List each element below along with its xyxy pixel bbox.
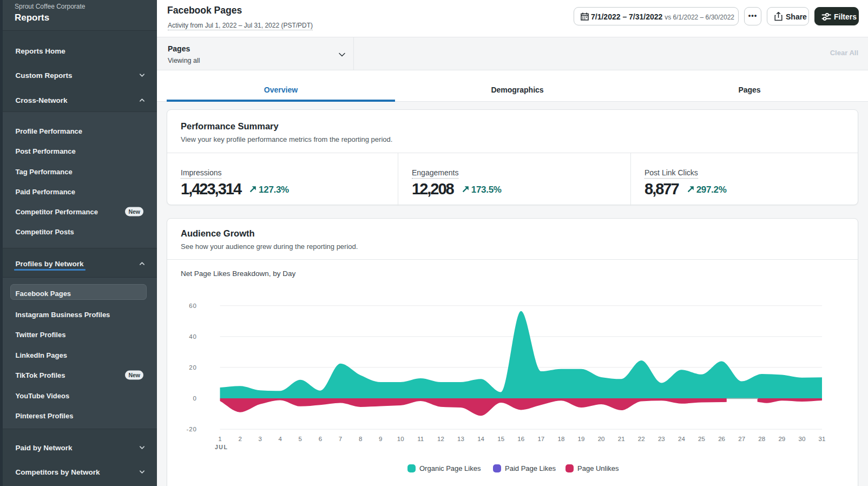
svg-text:40: 40 (189, 333, 197, 340)
svg-text:16: 16 (517, 436, 524, 442)
svg-text:2: 2 (238, 436, 241, 442)
svg-text:27: 27 (738, 436, 745, 442)
svg-text:29: 29 (778, 436, 785, 442)
svg-text:19: 19 (578, 436, 585, 442)
svg-text:4: 4 (278, 436, 282, 442)
svg-text:12: 12 (437, 436, 444, 442)
svg-text:6: 6 (319, 436, 322, 442)
svg-text:7: 7 (339, 436, 342, 442)
svg-text:3: 3 (258, 436, 261, 442)
svg-text:20: 20 (189, 364, 197, 371)
svg-text:JUL: JUL (215, 444, 228, 450)
svg-text:30: 30 (799, 436, 806, 442)
svg-text:22: 22 (638, 436, 645, 442)
svg-text:15: 15 (497, 436, 504, 442)
svg-text:13: 13 (457, 436, 464, 442)
svg-text:8: 8 (359, 436, 362, 442)
svg-text:31: 31 (819, 436, 826, 442)
svg-text:26: 26 (718, 436, 725, 442)
svg-text:10: 10 (397, 436, 404, 442)
svg-text:25: 25 (698, 436, 705, 442)
svg-text:24: 24 (678, 436, 685, 442)
svg-text:23: 23 (658, 436, 665, 442)
svg-text:9: 9 (379, 436, 382, 442)
svg-text:5: 5 (299, 436, 302, 442)
svg-text:0: 0 (193, 395, 197, 402)
svg-text:20: 20 (598, 436, 605, 442)
svg-text:11: 11 (417, 436, 424, 442)
svg-text:-20: -20 (186, 426, 197, 432)
svg-text:60: 60 (189, 303, 197, 309)
svg-text:28: 28 (758, 436, 765, 442)
svg-text:14: 14 (477, 436, 484, 442)
svg-text:18: 18 (558, 436, 565, 442)
svg-text:21: 21 (618, 436, 625, 442)
svg-text:1: 1 (218, 436, 221, 442)
svg-text:17: 17 (537, 436, 544, 442)
